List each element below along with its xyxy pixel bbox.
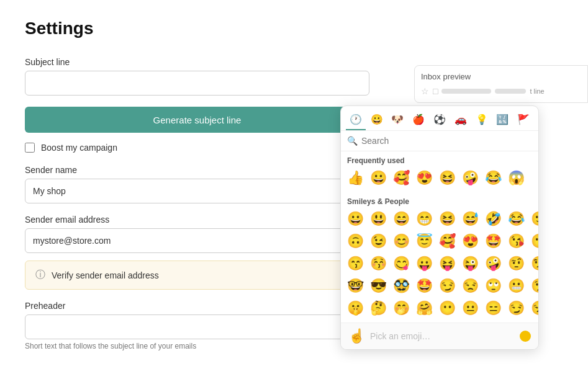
emoji-tab-travel[interactable]: 🚗 bbox=[451, 110, 471, 130]
emoji-cell[interactable]: 🥸 bbox=[391, 275, 412, 296]
emoji-footer-placeholder: Pick an emoji… bbox=[370, 331, 515, 341]
emoji-cell[interactable]: 😐 bbox=[459, 298, 481, 319]
emoji-cell[interactable]: 🤗 bbox=[414, 298, 435, 319]
sender-email-input[interactable] bbox=[25, 228, 369, 253]
frequently-used-label: Frequently used bbox=[341, 151, 538, 167]
emoji-tab-animals[interactable]: 🐶 bbox=[388, 110, 408, 130]
emoji-cell[interactable]: 😘 bbox=[505, 231, 527, 252]
emoji-picker: 🕐 😀 🐶 🍎 ⚽ 🚗 💡 🔣 🚩 🔍 Frequently used 👍 😀 … bbox=[340, 105, 539, 350]
preview-line-label: t line bbox=[530, 87, 544, 95]
emoji-tab-flags[interactable]: 🚩 bbox=[513, 110, 533, 130]
emoji-cell[interactable]: 😝 bbox=[436, 253, 458, 274]
emoji-cell[interactable]: 😏 bbox=[505, 298, 527, 319]
emoji-cell[interactable]: 🤔 bbox=[368, 298, 389, 319]
emoji-cell[interactable]: 😶 bbox=[436, 298, 458, 319]
frequently-used-grid: 👍 😀 🥰 😍 😆 🤪 😂 😱 bbox=[341, 167, 538, 192]
emoji-cell[interactable]: 😏 bbox=[436, 275, 458, 296]
emoji-cell[interactable]: 🤫 bbox=[345, 298, 366, 319]
emoji-cell[interactable]: 😍 bbox=[414, 167, 435, 189]
emoji-cell[interactable]: 😑 bbox=[482, 298, 504, 319]
emoji-cell[interactable]: 🤪 bbox=[482, 253, 504, 274]
emoji-search-bar: 🔍 bbox=[341, 131, 538, 151]
emoji-cell[interactable]: 😇 bbox=[414, 231, 435, 252]
emoji-search-input[interactable] bbox=[361, 136, 532, 146]
generate-subject-line-button[interactable]: Generate subject line bbox=[25, 107, 369, 133]
emoji-cell[interactable]: 🙄 bbox=[482, 275, 504, 296]
emoji-cell[interactable]: 🥰 bbox=[391, 167, 412, 189]
emoji-cell[interactable]: 🙂 bbox=[528, 208, 539, 229]
emoji-cell[interactable]: 😅 bbox=[459, 208, 481, 229]
emoji-cell[interactable]: 🧐 bbox=[528, 253, 539, 274]
emoji-cell[interactable]: 😃 bbox=[368, 208, 389, 229]
emoji-cell[interactable]: 👍 bbox=[345, 167, 366, 189]
emoji-cell[interactable]: 😒 bbox=[528, 298, 539, 319]
star-icon: ☆ bbox=[421, 86, 429, 96]
emoji-cell[interactable]: 🥰 bbox=[436, 231, 458, 252]
emoji-cell[interactable]: 🤥 bbox=[528, 275, 539, 296]
emoji-cell[interactable]: 😀 bbox=[345, 208, 366, 229]
emoji-cell[interactable]: 😄 bbox=[391, 208, 412, 229]
emoji-cell[interactable]: 🤭 bbox=[391, 298, 412, 319]
emoji-cell[interactable]: 😜 bbox=[459, 253, 481, 274]
emoji-tab-food[interactable]: 🍎 bbox=[409, 110, 428, 130]
emoji-tab-objects[interactable]: 💡 bbox=[472, 110, 492, 130]
emoji-cell[interactable]: 😗 bbox=[528, 231, 539, 252]
emoji-cell[interactable]: 😊 bbox=[391, 231, 412, 252]
emoji-skin-tone[interactable] bbox=[520, 331, 531, 342]
emoji-tabs: 🕐 😀 🐶 🍎 ⚽ 🚗 💡 🔣 🚩 bbox=[341, 106, 538, 131]
verify-email-text: Verify sender email address bbox=[52, 270, 159, 280]
emoji-cell[interactable]: 😆 bbox=[436, 167, 458, 189]
emoji-cell[interactable]: 😛 bbox=[414, 253, 435, 274]
emoji-cell[interactable]: 😁 bbox=[414, 208, 435, 229]
emoji-cell[interactable]: 😎 bbox=[368, 275, 389, 296]
emoji-cell[interactable]: 🤣 bbox=[482, 208, 504, 229]
emoji-cell[interactable]: 😬 bbox=[505, 275, 527, 296]
emoji-cell[interactable]: 😂 bbox=[482, 167, 504, 189]
subject-line-input[interactable] bbox=[25, 71, 369, 96]
emoji-cell[interactable]: 😙 bbox=[345, 253, 366, 274]
boost-campaign-checkbox[interactable] bbox=[25, 143, 35, 153]
preheader-input[interactable] bbox=[25, 314, 369, 339]
inbox-preview-label: Inbox preview bbox=[421, 72, 581, 81]
emoji-cell[interactable]: 😒 bbox=[459, 275, 481, 296]
emoji-cell[interactable]: 😂 bbox=[505, 208, 527, 229]
emoji-footer: ☝️ Pick an emoji… bbox=[341, 323, 538, 349]
emoji-tab-symbols[interactable]: 🔣 bbox=[492, 110, 512, 130]
page-title: Settings bbox=[25, 19, 563, 38]
square-icon: □ bbox=[433, 86, 438, 96]
emoji-footer-thumb: ☝️ bbox=[348, 328, 365, 344]
emoji-cell[interactable]: 😚 bbox=[368, 253, 389, 274]
emoji-cell[interactable]: 😀 bbox=[368, 167, 389, 189]
emoji-cell[interactable]: 😍 bbox=[459, 231, 481, 252]
emoji-tab-activities[interactable]: ⚽ bbox=[430, 110, 450, 130]
inbox-preview-panel: Inbox preview ☆ □ t line bbox=[414, 65, 588, 103]
sender-name-input[interactable] bbox=[25, 179, 369, 203]
emoji-cell[interactable]: 🤨 bbox=[505, 253, 527, 274]
emoji-tab-recent[interactable]: 🕐 bbox=[346, 110, 366, 130]
search-icon: 🔍 bbox=[347, 136, 358, 146]
emoji-cell[interactable]: 😆 bbox=[436, 208, 458, 229]
info-icon: ⓘ bbox=[35, 269, 45, 282]
emoji-tab-smileys[interactable]: 😀 bbox=[367, 110, 387, 130]
emoji-cell[interactable]: 😱 bbox=[505, 167, 527, 189]
smileys-label: Smileys & People bbox=[341, 192, 538, 208]
emoji-cell[interactable]: 🤓 bbox=[345, 275, 366, 296]
emoji-cell[interactable]: 😋 bbox=[391, 253, 412, 274]
emoji-cell[interactable]: 🤩 bbox=[482, 231, 504, 252]
boost-campaign-label: Boost my campaign bbox=[41, 143, 117, 153]
verify-email-box: ⓘ Verify sender email address bbox=[25, 261, 369, 290]
emoji-cell[interactable]: 🤪 bbox=[459, 167, 481, 189]
emoji-cell[interactable]: 🤩 bbox=[414, 275, 435, 296]
smileys-grid: 😀 😃 😄 😁 😆 😅 🤣 😂 🙂 🙃 😉 😊 😇 🥰 😍 🤩 😘 😗 😙 😚 … bbox=[341, 208, 538, 323]
emoji-cell[interactable]: 🙃 bbox=[345, 231, 366, 252]
emoji-cell[interactable]: 😉 bbox=[368, 231, 389, 252]
